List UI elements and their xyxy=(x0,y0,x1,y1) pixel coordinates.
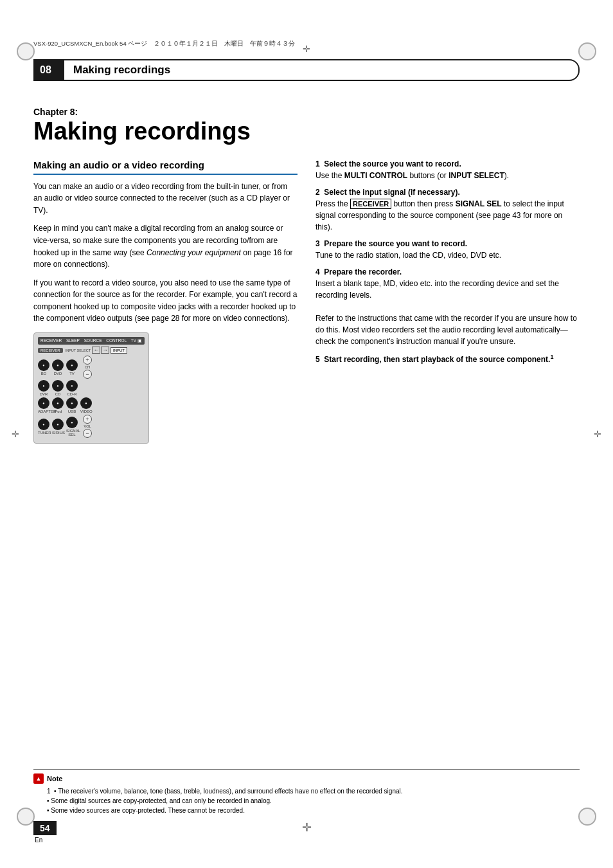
note-item-1: 1 • The receiver's volume, balance, tone… xyxy=(33,786,580,796)
paragraph-2: Keep in mind you can't make a digital re… xyxy=(33,222,298,270)
top-center-crosshair: ✛ xyxy=(303,44,310,55)
step-2-title: 2 Select the input signal (if necessary)… xyxy=(315,188,580,197)
header-title-container: Making recordings xyxy=(64,59,580,81)
step-5-title: 5 Start recording, then start playback o… xyxy=(315,354,580,364)
step-4-body: Insert a blank tape, MD, video etc. into… xyxy=(315,278,580,347)
note-header: ▲ Note xyxy=(33,773,580,784)
header-title: Making recordings xyxy=(73,64,170,77)
mid-right-crosshair: ✛ xyxy=(594,429,601,440)
page-number-bar: 54 En xyxy=(33,821,57,844)
step-4-title: 4 Prepare the recorder. xyxy=(315,267,580,276)
chapter-number: 08 xyxy=(33,59,64,81)
paragraph-3: If you want to record a video source, yo… xyxy=(33,277,298,325)
note-item-3: • Some video sources are copy-protected.… xyxy=(33,806,580,815)
header-bar: 08 Making recordings xyxy=(33,59,580,81)
step-3: 3 Prepare the source you want to record.… xyxy=(315,239,580,261)
right-column: 1 Select the source you want to record. … xyxy=(315,159,580,444)
note-item-2: • Some digital sources are copy-protecte… xyxy=(33,796,580,806)
step-3-body: Tune to the radio station, load the CD, … xyxy=(315,249,580,261)
step-3-title: 3 Prepare the source you want to record. xyxy=(315,239,580,248)
file-info: VSX-920_UCSMXCN_En.book 54 ページ ２０１０年１月２１… xyxy=(33,40,295,48)
remote-control-image: RECEIVERSLEEPSOURCECONTROLTV ▣ RECEIVER … xyxy=(33,332,149,444)
page-number-badge: 54 xyxy=(33,821,57,835)
step-1-body: Use the MULTI CONTROL buttons (or INPUT … xyxy=(315,170,580,181)
remote-top-bar: RECEIVERSLEEPSOURCECONTROLTV ▣ xyxy=(38,337,145,345)
step-2: 2 Select the input signal (if necessary)… xyxy=(315,188,580,233)
left-column: Making an audio or a video recording You… xyxy=(33,159,298,444)
section-heading: Making an audio or a video recording xyxy=(33,159,298,175)
note-title: Note xyxy=(47,775,62,782)
note-icon: ▲ xyxy=(33,773,44,784)
step-1-title: 1 Select the source you want to record. xyxy=(315,159,580,168)
bottom-center-crosshair: ✛ xyxy=(302,820,312,835)
chapter-title: Making recordings xyxy=(33,118,580,145)
step-5: 5 Start recording, then start playback o… xyxy=(315,354,580,364)
page-lang: En xyxy=(33,836,57,844)
note-section: ▲ Note 1 • The receiver's volume, balanc… xyxy=(33,769,580,815)
two-column-layout: Making an audio or a video recording You… xyxy=(33,159,580,444)
step-1: 1 Select the source you want to record. … xyxy=(315,159,580,181)
mid-left-crosshair: ✛ xyxy=(12,429,19,440)
paragraph-1: You can make an audio or a video recordi… xyxy=(33,181,298,217)
chapter-label: Chapter 8: xyxy=(33,107,580,117)
step-4: 4 Prepare the recorder. Insert a blank t… xyxy=(315,267,580,347)
main-content: Chapter 8: Making recordings Making an a… xyxy=(33,95,580,804)
step-2-body: Press the RECEIVER button then press SIG… xyxy=(315,198,580,233)
